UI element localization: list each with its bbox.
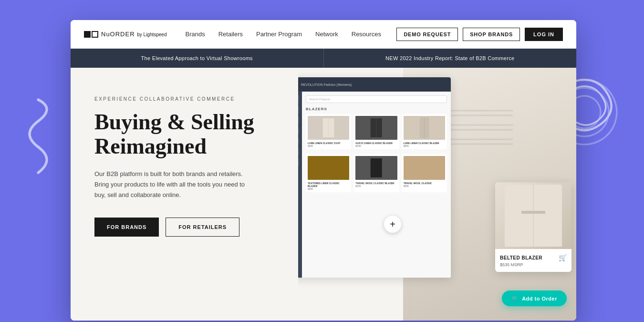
- add-to-order-label: Add to Order: [522, 296, 557, 301]
- nav-links: Brands Retailers Partner Program Network…: [170, 31, 396, 38]
- logo-icon: [84, 31, 98, 38]
- add-to-order-button[interactable]: 🛒 Add to Order: [502, 291, 567, 306]
- for-brands-button[interactable]: FOR BRANDS: [94, 218, 159, 237]
- blazer-svg-4: [308, 156, 349, 180]
- blazer-svg-6: [404, 156, 445, 180]
- shop-brands-button[interactable]: SHOP BRANDS: [463, 28, 520, 41]
- cart-btn-icon: 🛒: [511, 295, 519, 301]
- product-card-overlay: BELTED BLAZER 🛒 $535 MSRP: [495, 182, 571, 272]
- logo-text-block: NuORDER by Lightspeed: [101, 31, 166, 38]
- product-grid-bottom: TEXTURED LINEN CLASSIC BLAZER $255 TRAVE…: [306, 154, 447, 192]
- nav-network[interactable]: Network: [315, 31, 338, 38]
- product-price-1: $255: [308, 145, 349, 147]
- hero-title: Buying & Selling Reimagined: [94, 110, 279, 158]
- banner-item-showrooms[interactable]: The Elevated Approach to Virtual Showroo…: [71, 49, 324, 68]
- product-grid-top: LURE LINEN CLASSIC COAT $255 GUCCI LINEN…: [306, 114, 447, 149]
- browser-window: NuORDER by Lightspeed Brands Retailers P…: [71, 20, 576, 321]
- card-product-image: [495, 182, 571, 249]
- nav-brands[interactable]: Brands: [185, 31, 205, 38]
- svg-rect-17: [521, 211, 545, 214]
- card-title: BELTED BLAZER: [500, 255, 542, 260]
- login-button[interactable]: LOG IN: [525, 28, 563, 41]
- hero-right: REVOLUTION Fashion (Womens) Search Produ…: [298, 68, 576, 321]
- banner-bar: The Elevated Approach to Virtual Showroo…: [71, 49, 576, 68]
- plus-button[interactable]: +: [384, 216, 401, 233]
- app-sidebar: [298, 92, 302, 278]
- hero-description: Our B2B platform is built for both brand…: [94, 169, 247, 200]
- product-label-3: LURE LINEN CLASSIC BLAZER: [404, 142, 445, 145]
- svg-rect-7: [371, 158, 382, 177]
- product-img-2: [355, 116, 397, 140]
- product-card-4[interactable]: TEXTURED LINEN CLASSIC BLAZER $255: [306, 154, 351, 192]
- hero-left: EXPERIENCE COLLABORATIVE COMMERCE Buying…: [71, 68, 298, 321]
- cart-icon[interactable]: 🛒: [559, 254, 567, 261]
- product-card-2[interactable]: GUCCI LINEN CLASSIC BLAZER $335: [353, 114, 399, 149]
- blazer-svg-2: [355, 116, 397, 140]
- nav-retailers[interactable]: Retailers: [218, 31, 243, 38]
- card-title-row: BELTED BLAZER 🛒: [500, 254, 567, 261]
- product-price-6: $335: [404, 185, 445, 187]
- card-price: $535 MSRP: [500, 262, 567, 267]
- product-price-2: $335: [355, 145, 397, 147]
- product-card-1[interactable]: LURE LINEN CLASSIC COAT $255: [306, 114, 351, 149]
- svg-rect-6: [323, 158, 334, 177]
- demo-request-button[interactable]: DEMO REQUEST: [396, 28, 458, 41]
- product-price-3: $255: [404, 145, 445, 147]
- sidebar-icon-7: [298, 158, 299, 166]
- card-info: BELTED BLAZER 🛒 $535 MSRP: [495, 249, 571, 272]
- nav-partner-program[interactable]: Partner Program: [256, 31, 302, 38]
- svg-rect-8: [418, 158, 430, 177]
- sidebar-icon-4: [298, 127, 299, 135]
- logo-by: by Lightspeed: [137, 32, 166, 37]
- sidebar-icon-2: [298, 106, 299, 114]
- sidebar-icon-5: [298, 137, 299, 145]
- banner-item-report[interactable]: NEW 2022 Industry Report: State of B2B C…: [324, 49, 577, 68]
- app-section-label: BLAZERS: [306, 107, 447, 111]
- product-img-5: [355, 156, 397, 180]
- product-price-4: $255: [308, 187, 349, 190]
- logo-nuorder: NuORDER: [101, 31, 135, 38]
- product-img-1: [308, 116, 349, 140]
- app-brand-name: REVOLUTION Fashion (Womens): [301, 83, 446, 86]
- hero-cta: FOR BRANDS FOR RETAILERS: [94, 218, 279, 237]
- hero-eyebrow: EXPERIENCE COLLABORATIVE COMMERCE: [94, 96, 279, 102]
- product-label-2: GUCCI LINEN CLASSIC BLAZER: [355, 142, 397, 145]
- product-img-6: [404, 156, 445, 180]
- product-price-5: $335: [355, 185, 397, 187]
- sidebar-icon-1: [298, 95, 299, 103]
- nav-resources[interactable]: Resources: [352, 31, 381, 38]
- for-retailers-button[interactable]: FOR RETAILERS: [166, 218, 239, 237]
- belted-blazer-svg: [495, 182, 571, 249]
- product-img-4: [308, 156, 349, 180]
- logo-square-dark: [84, 31, 91, 38]
- product-label-4: TEXTURED LINEN CLASSIC BLAZER: [308, 182, 349, 187]
- logo-lightspeed: by Lightspeed: [137, 32, 166, 37]
- app-content: Search Products BLAZERS: [302, 92, 451, 278]
- product-card-3[interactable]: LURE LINEN CLASSIC BLAZER $255: [402, 114, 447, 149]
- logo-brand-name: NuORDER by Lightspeed: [101, 31, 166, 38]
- app-header-bar: REVOLUTION Fashion (Womens): [298, 77, 451, 92]
- sidebar-icon-3: [298, 116, 299, 124]
- sidebar-icon-6: [298, 148, 299, 156]
- hero-section: EXPERIENCE COLLABORATIVE COMMERCE Buying…: [71, 68, 576, 321]
- squiggle-left-decoration: [12, 95, 64, 181]
- product-card-5[interactable]: TRAVEL WOOL CLASSIC BLAZER $335: [353, 154, 399, 192]
- search-placeholder: Search Products: [309, 98, 330, 101]
- blazer-svg-3: [404, 116, 445, 140]
- nav-buttons: DEMO REQUEST SHOP BRANDS LOG IN: [396, 28, 563, 41]
- navbar: NuORDER by Lightspeed Brands Retailers P…: [71, 20, 576, 49]
- blazer-svg-1: [308, 116, 349, 140]
- logo-square-outline: [92, 31, 98, 38]
- product-label-5: TRAVEL WOOL CLASSIC BLAZER: [355, 182, 397, 185]
- app-screenshot: REVOLUTION Fashion (Womens) Search Produ…: [298, 77, 451, 278]
- logo-area: NuORDER by Lightspeed: [84, 31, 170, 38]
- blazer-svg-5: [355, 156, 397, 180]
- product-card-6[interactable]: TRAVEL WOOL CLASSIC $335: [402, 154, 447, 192]
- product-img-3: [404, 116, 445, 140]
- app-search-bar[interactable]: Search Products: [306, 95, 447, 103]
